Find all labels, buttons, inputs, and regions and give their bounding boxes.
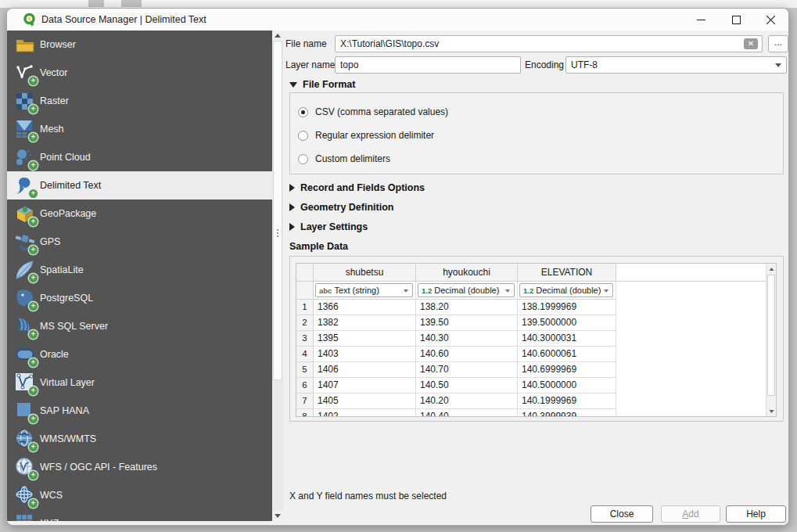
table-cell: 138.1999969 (518, 300, 616, 315)
table-row[interactable]: 2 1382 139.50 139.5000000 (296, 315, 776, 331)
radio-icon[interactable] (298, 154, 308, 164)
scroll-down-icon[interactable] (766, 406, 776, 416)
window-title: Data Source Manager | Delimited Text (41, 9, 206, 31)
table-row[interactable]: 5 1406 140.70 140.6999969 (296, 362, 776, 378)
table-body: 1 1366 138.20 138.1999969 2 1382 139.50 … (296, 300, 776, 417)
layer-name-input[interactable]: topo (335, 56, 521, 74)
record-fields-section-header[interactable]: Record and Fields Options (289, 182, 425, 193)
scrollbar-thumb[interactable] (273, 41, 282, 380)
help-button[interactable]: Help (726, 505, 786, 523)
clear-input-icon[interactable]: ✕ (744, 38, 758, 49)
table-cell: 140.6999969 (518, 362, 616, 378)
radio-icon[interactable] (298, 131, 308, 141)
sidebar-item-wms-wmts[interactable]: + WMS/WMTS (7, 425, 272, 453)
sidebar-item-geopackage[interactable]: + GeoPackage (7, 200, 272, 228)
scroll-up-icon[interactable] (272, 31, 283, 41)
row-number-cell: 8 (296, 409, 314, 417)
radio-option-regular-expression-delimiter[interactable]: Regular expression delimiter (298, 128, 434, 143)
sidebar-item-virtual-layer[interactable]: + Virtual Layer (7, 368, 272, 397)
sidebar-item-browser[interactable]: Browser (7, 31, 272, 59)
row-number-cell: 6 (296, 378, 314, 394)
row-number-cell: 4 (296, 347, 314, 362)
file-format-section-header[interactable]: File Format (289, 79, 355, 90)
radio-label: CSV (comma separated values) (315, 106, 448, 117)
close-button[interactable]: Close (591, 505, 653, 523)
sidebar-item-point-cloud[interactable]: + Point Cloud (7, 143, 272, 171)
sidebar-item-label: Vector (40, 67, 67, 78)
table-row[interactable]: 7 1405 140.20 140.1999969 (296, 394, 776, 409)
table-scrollbar[interactable] (766, 264, 776, 416)
sap-hana-icon: + (15, 401, 35, 421)
table-corner-cell (296, 264, 314, 282)
plus-badge-icon: + (29, 105, 38, 113)
maximize-button[interactable] (719, 9, 754, 31)
plus-badge-icon: + (29, 330, 38, 339)
row-number-cell: 5 (296, 362, 314, 378)
sample-data-groupbox: shubetsu hyoukouchi ELEVATION abcText (s… (289, 256, 784, 422)
sidebar-item-label: Oracle (40, 349, 69, 360)
field-type-combobox[interactable]: 1.2Decimal (double) (418, 283, 515, 297)
table-cell: 140.70 (416, 362, 518, 378)
sidebar-item-gps[interactable]: + GPS (7, 228, 272, 256)
table-row[interactable]: 3 1395 140.30 140.3000031 (296, 331, 776, 347)
table-cell: 1405 (314, 394, 416, 409)
browser-icon (15, 34, 35, 55)
column-header[interactable]: shubetsu (314, 264, 416, 282)
sidebar-item-delimited-text[interactable]: + Delimited Text (7, 171, 272, 200)
table-cell: 1402 (314, 409, 416, 417)
mssql-icon: + (15, 316, 35, 336)
file-name-input[interactable]: X:\Tutorial\GIS\topo.csv ✕ (335, 35, 763, 52)
layer-settings-section-header[interactable]: Layer Settings (289, 221, 368, 232)
sidebar-item-wcs[interactable]: + WCS (7, 481, 272, 509)
table-row[interactable]: 8 1402 140.40 140.3999939 (296, 409, 776, 417)
sidebar-item-raster[interactable]: + Raster (7, 87, 272, 115)
table-cell: 1395 (314, 331, 416, 347)
sidebar-item-ms-sql-server[interactable]: + MS SQL Server (7, 312, 272, 340)
sidebar-item-spatialite[interactable]: + SpatiaLite (7, 256, 272, 284)
radio-option-custom-delimiters[interactable]: Custom delimiters (298, 151, 390, 167)
add-button[interactable]: Add (661, 505, 720, 523)
source-type-list: Browser + Vector + Raster + Mesh + Point… (7, 31, 272, 521)
scrollbar-thumb[interactable] (767, 275, 775, 396)
dialog-scrollbar[interactable] (272, 31, 283, 521)
plus-badge-icon: + (29, 386, 38, 395)
close-window-button[interactable] (753, 9, 788, 31)
sidebar-item-sap-hana[interactable]: + SAP HANA (7, 397, 272, 425)
radio-option-csv-comma-separated-values[interactable]: CSV (comma separated values) (298, 104, 448, 120)
table-cell: 140.3999939 (518, 409, 616, 417)
table-cell: 140.30 (416, 331, 518, 347)
sidebar-item-postgresql[interactable]: + PostgreSQL (7, 284, 272, 312)
column-header[interactable]: ELEVATION (518, 264, 616, 282)
column-header[interactable]: hyoukouchi (416, 264, 518, 282)
plus-badge-icon: + (29, 77, 38, 85)
table-row[interactable]: 1 1366 138.20 138.1999969 (296, 300, 776, 315)
table-row[interactable]: 4 1403 140.60 140.6000061 (296, 347, 776, 362)
collapse-triangle-icon (289, 82, 297, 88)
status-message: X and Y field names must be selected (289, 491, 447, 501)
minimize-button[interactable] (684, 9, 719, 31)
plus-badge-icon: + (29, 217, 38, 226)
sidebar-item-oracle[interactable]: + Oracle (7, 340, 272, 368)
sidebar-item-mesh[interactable]: + Mesh (7, 115, 272, 143)
expand-triangle-icon (289, 223, 295, 231)
sidebar-item-wfs-ogc-api-features[interactable]: + WFS / OGC API - Features (7, 453, 272, 481)
postgresql-icon: + (15, 288, 35, 308)
sidebar-item-vector[interactable]: + Vector (7, 59, 272, 87)
sidebar-item-label: Browser (40, 39, 76, 50)
scroll-up-icon[interactable] (766, 264, 776, 274)
scroll-down-icon[interactable] (272, 511, 283, 521)
file-format-groupbox: CSV (comma separated values) Regular exp… (289, 92, 784, 174)
wms-icon: + (15, 429, 35, 449)
encoding-label: Encoding (525, 56, 564, 74)
sidebar-item-label: Virtual Layer (40, 377, 95, 388)
radio-icon[interactable] (298, 107, 308, 117)
spatialite-icon: + (15, 260, 35, 280)
field-type-combobox[interactable]: 1.2Decimal (double) (519, 283, 613, 297)
encoding-combobox[interactable]: UTF-8 (565, 56, 787, 74)
browse-button[interactable]: ... (768, 35, 788, 52)
sidebar-item-xyz[interactable]: + XYZ (7, 509, 272, 521)
table-row[interactable]: 6 1407 140.50 140.5000000 (296, 378, 776, 394)
field-type-combobox[interactable]: abcText (string) (315, 283, 413, 297)
row-number-cell: 3 (296, 331, 314, 347)
geometry-definition-section-header[interactable]: Geometry Definition (289, 202, 393, 213)
